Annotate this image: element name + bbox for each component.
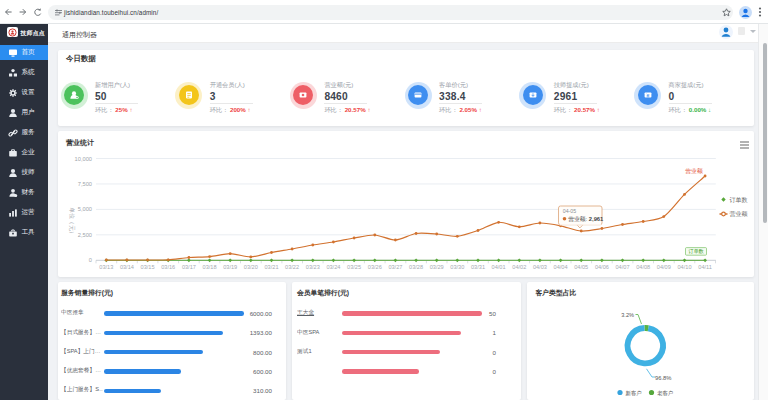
svg-text:96.8%: 96.8% bbox=[655, 375, 671, 381]
svg-text:新客户: 新客户 bbox=[626, 390, 642, 397]
svg-text:老客户: 老客户 bbox=[657, 390, 673, 397]
svg-text:3.2%: 3.2% bbox=[621, 312, 634, 318]
